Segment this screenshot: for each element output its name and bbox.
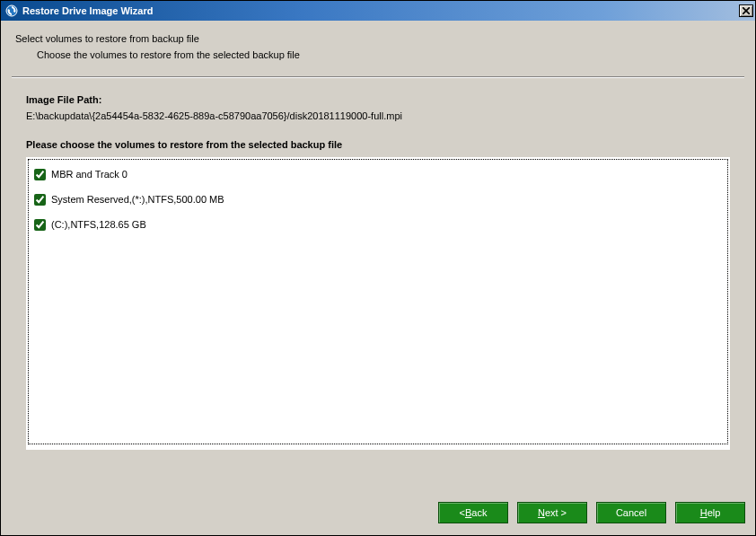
wizard-content: Image File Path: E:\backupdata\{2a54454a… (1, 78, 755, 459)
image-path-value: E:\backupdata\{2a54454a-5832-4625-889a-c… (26, 110, 730, 121)
back-button[interactable]: < Back (438, 502, 508, 523)
close-icon (743, 7, 750, 14)
window-title: Restore Drive Image Wizard (22, 5, 739, 16)
volume-checkbox[interactable] (34, 169, 46, 180)
volume-checkbox[interactable] (34, 194, 46, 206)
volume-label: System Reserved,(*:),NTFS,500.00 MB (51, 194, 224, 205)
volume-list-label: Please choose the volumes to restore fro… (26, 139, 730, 150)
image-path-label: Image File Path: (26, 94, 730, 105)
volume-row[interactable]: (C:),NTFS,128.65 GB (29, 212, 727, 237)
next-button[interactable]: Next > (517, 502, 587, 523)
close-button[interactable] (739, 4, 753, 17)
wizard-step-title: Select volumes to restore from backup fi… (15, 33, 741, 44)
wizard-step-subtitle: Choose the volumes to restore from the s… (37, 49, 741, 60)
volume-checkbox[interactable] (34, 219, 46, 231)
window-titlebar: Restore Drive Image Wizard (1, 1, 755, 21)
volume-row[interactable]: System Reserved,(*:),NTFS,500.00 MB (29, 187, 727, 212)
volume-row[interactable]: MBR and Track 0 (29, 162, 727, 187)
help-button[interactable]: Help (675, 502, 745, 523)
volume-label: (C:),NTFS,128.65 GB (51, 219, 146, 230)
app-icon (4, 4, 19, 18)
wizard-button-bar: < Back Next > Cancel Help (427, 502, 756, 523)
volume-label: MBR and Track 0 (51, 169, 127, 180)
cancel-button[interactable]: Cancel (596, 502, 666, 523)
volume-list: MBR and Track 0 System Reserved,(*:),NTF… (26, 157, 730, 450)
wizard-header: Select volumes to restore from backup fi… (1, 21, 755, 69)
